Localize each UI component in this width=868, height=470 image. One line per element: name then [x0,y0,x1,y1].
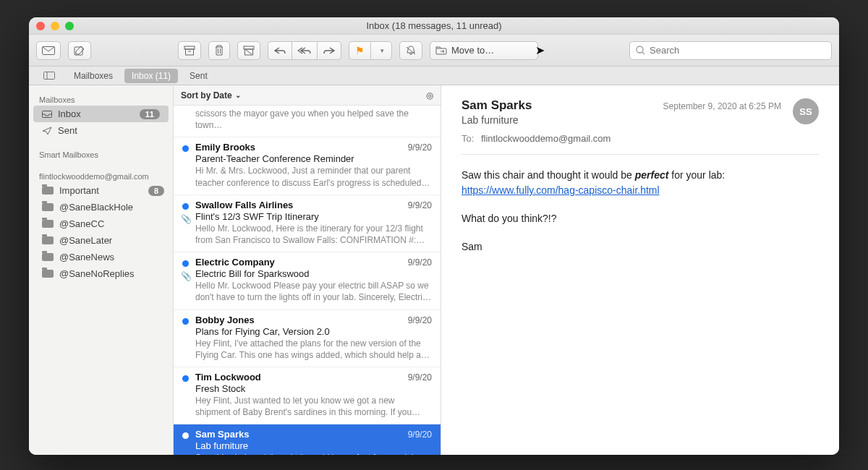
sidebar-folder[interactable]: Important8 [29,182,173,199]
sidebar-folder[interactable]: @SaneCC [29,215,173,232]
filter-icon[interactable]: ◎ [426,90,433,101]
message-preview: Hello Mr. Lockwood Please pay your elect… [195,280,432,303]
message-preview: Saw this chair and thought it would be p… [195,452,432,455]
folder-icon [42,187,54,195]
sidebar-section-smart: Smart Mailboxes [29,146,173,161]
mail-window: Inbox (18 messages, 11 unread) ⚑ ▾ [29,17,839,455]
message-row[interactable]: Bobby Jones9/9/20Plans for Flying Car, V… [174,310,441,367]
reading-to-row: To: flintlockwooddemo@gmail.com [461,133,819,144]
toggle-sidebar-button[interactable] [36,69,62,82]
close-window-button[interactable] [36,22,45,30]
message-preview: Hi Mr. & Mrs. Lockwood, Just a reminder … [195,165,432,188]
message-list-pane: Sort by Date ⌄ ◎ scissors the mayor gave… [174,85,441,455]
search-input[interactable] [650,45,825,56]
body: Mailboxes Inbox 11 Sent Smart Mailboxes … [29,85,839,455]
sidebar-inbox-label: Inbox [58,108,81,119]
forward-icon [323,46,336,55]
reading-divider [461,154,819,155]
flag-menu-button[interactable]: ▾ [370,41,392,60]
reading-subject: Lab furniture [461,114,663,126]
delete-button[interactable] [208,41,230,60]
reading-body-text: for your lab: [668,169,725,181]
reading-body-link[interactable]: https://www.fully.com/hag-capisco-chair.… [461,184,660,196]
mute-button[interactable] [399,41,422,60]
sent-icon [42,127,52,135]
move-to-label: Move to… [451,45,494,56]
reply-button[interactable] [268,41,292,60]
message-row[interactable]: Sam Sparks9/9/20Lab furnitureSaw this ch… [174,424,441,455]
sidebar-folder[interactable]: @SaneNoReplies [29,265,173,282]
sidebar-folder-label: Important [59,185,99,196]
get-mail-button[interactable] [36,41,61,60]
compose-button[interactable] [68,41,91,60]
move-to-button[interactable]: Move to… [430,41,538,60]
reading-body: Saw this chair and thought it would be p… [461,168,819,255]
reading-body-signature: Sam [461,239,819,255]
flag-button[interactable]: ⚑ [349,41,370,60]
sidebar-folder-label: @SaneNoReplies [59,268,135,279]
message-row[interactable]: 📎Electric Company9/9/20Electric Bill for… [174,252,441,309]
junk-button[interactable] [237,41,260,60]
svg-line-9 [246,50,252,54]
sidebar-section-mailboxes: Mailboxes [29,91,173,106]
attachment-icon: 📎 [181,214,192,224]
message-date: 9/9/20 [408,430,432,440]
sidebar-folder[interactable]: @SaneNews [29,249,173,265]
flag-group: ⚑ ▾ [349,41,392,60]
reading-body-emphasis: perfect [635,169,669,181]
minimize-window-button[interactable] [51,22,59,30]
reading-to-label: To: [461,133,474,144]
message-row[interactable]: Tim Lockwood9/9/20Fresh StockHey Flint, … [174,367,441,424]
sidebar-folder-label: @SaneNews [59,252,114,262]
message-sender: Bobby Jones [195,315,255,325]
message-sender: Electric Company [195,257,275,268]
zoom-window-button[interactable] [65,22,74,30]
forward-button[interactable] [317,41,341,60]
message-preview: Hey Flint, I've attached the plans for t… [195,338,432,361]
sidebar-inbox[interactable]: Inbox 11 [33,106,169,122]
list-sort-header[interactable]: Sort by Date ⌄ ◎ [174,85,441,106]
message-row-truncated[interactable]: scissors the mayor gave you when you hel… [174,106,441,137]
message-subject: Plans for Flying Car, Version 2.0 [195,326,432,337]
reply-all-button[interactable] [292,41,317,60]
svg-rect-2 [184,46,195,49]
fav-sent[interactable]: Sent [182,69,215,83]
folder-icon [42,220,54,228]
fav-mailboxes[interactable]: Mailboxes [67,69,120,83]
reading-header: Sam Sparks Lab furniture September 9, 20… [461,98,819,126]
trash-icon [214,45,224,56]
message-date: 9/9/20 [408,257,432,268]
folder-icon [42,203,54,211]
window-title: Inbox (18 messages, 11 unread) [29,20,839,31]
reply-all-icon [297,46,312,55]
message-sender: Swallow Falls Airlines [195,200,293,210]
junk-icon [243,46,255,56]
message-row[interactable]: Emily Brooks9/9/20Parent-Teacher Confere… [174,137,441,195]
svg-rect-14 [44,72,55,80]
message-preview: Hey Flint, Just wanted to let you know w… [195,395,432,418]
message-date: 9/9/20 [408,315,432,325]
attachment-icon: 📎 [181,271,192,281]
sidebar-folder-label: @SaneCC [59,218,104,229]
message-list[interactable]: scissors the mayor gave you when you hel… [174,106,441,455]
sidebar-account-label: flintlockwooddemo@gmail.com [29,168,173,182]
message-subject: Parent-Teacher Conference Reminder [195,153,432,164]
sidebar-sent[interactable]: Sent [29,122,173,139]
reading-pane: Sam Sparks Lab furniture September 9, 20… [441,85,839,455]
reply-icon [273,46,286,55]
message-subject: Flint's 12/3 SWF Trip Itinerary [195,211,432,222]
sidebar-folder-label: @SaneLater [59,235,112,246]
reading-body-text: What do you think?!? [461,211,819,226]
sidebar-folder[interactable]: @SaneLater [29,232,173,249]
message-subject: Lab furniture [195,440,432,451]
search-icon [636,46,645,55]
fav-inbox[interactable]: Inbox (11) [124,69,178,83]
envelope-icon [42,46,55,55]
message-date: 9/9/20 [408,200,432,210]
search-field[interactable] [629,41,832,60]
inbox-icon [42,111,52,118]
sidebar-folder[interactable]: @SaneBlackHole [29,199,173,215]
message-row[interactable]: 📎Swallow Falls Airlines9/9/20Flint's 12/… [174,195,441,252]
message-sender: Sam Sparks [195,429,249,440]
archive-button[interactable] [178,41,201,60]
